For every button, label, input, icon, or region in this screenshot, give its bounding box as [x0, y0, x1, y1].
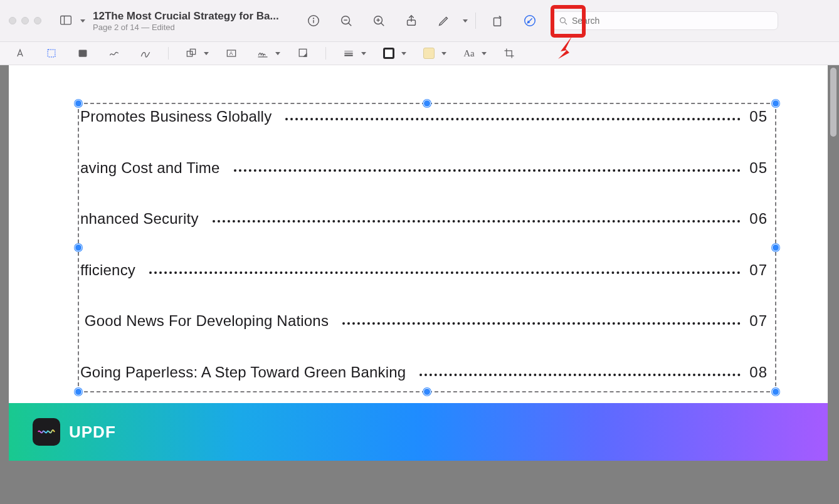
toc-leader — [342, 322, 741, 325]
search-icon — [558, 16, 568, 26]
markup-toolbar: A Aa — [0, 42, 839, 65]
info-button[interactable] — [300, 9, 327, 33]
redact-tool[interactable] — [74, 46, 92, 60]
sketch-tool[interactable] — [105, 46, 123, 60]
toc-title: nhanced Security — [80, 210, 199, 228]
toc-title: Going Paperless: A Step Toward Green Ban… — [80, 364, 406, 381]
font-chevron-icon[interactable] — [482, 52, 487, 55]
zoom-out-button[interactable] — [332, 9, 360, 33]
annotate-circle-button[interactable] — [516, 9, 544, 33]
svg-rect-20 — [48, 50, 55, 57]
toc-title: Promotes Business Globally — [80, 108, 272, 125]
toc-row: Promotes Business Globally05 — [80, 108, 771, 132]
separator — [475, 13, 476, 29]
toc-page: 05 — [749, 108, 768, 125]
svg-rect-0 — [61, 16, 71, 24]
markup-chevron-icon[interactable] — [463, 19, 468, 23]
fill-color-tool[interactable] — [420, 46, 438, 60]
toc-page: 07 — [749, 312, 768, 330]
close-dot[interactable] — [9, 17, 16, 24]
document-page: Promotes Business Globally05 aving Cost … — [9, 65, 828, 461]
fill-swatch — [423, 48, 435, 59]
zoom-in-button[interactable] — [365, 9, 393, 33]
svg-line-16 — [565, 23, 567, 24]
shapes-chevron-icon[interactable] — [204, 52, 209, 55]
sidebar-toggle[interactable] — [55, 12, 77, 29]
separator — [325, 47, 326, 60]
svg-rect-19 — [16, 49, 18, 56]
font-tool[interactable]: Aa — [460, 46, 478, 60]
window-controls — [9, 17, 41, 24]
toc-row: Good News For Developing Nations07 — [80, 312, 771, 336]
textbox-tool[interactable]: A — [223, 46, 240, 60]
toc-leader — [213, 220, 741, 223]
zoom-dot[interactable] — [34, 17, 41, 24]
toc-row: fficiency07 — [80, 261, 771, 285]
border-swatch — [383, 48, 394, 59]
signature-tool[interactable] — [254, 46, 272, 60]
selection-tool[interactable] — [43, 46, 60, 60]
draw-tool[interactable] — [137, 46, 154, 60]
line-chevron-icon[interactable] — [361, 52, 366, 55]
toc-title: Good News For Developing Nations — [80, 312, 329, 330]
document-title: 12The Most Crucial Strategy for Ba... — [93, 10, 287, 23]
svg-rect-23 — [190, 49, 195, 54]
svg-text:A: A — [230, 50, 233, 56]
search-field[interactable] — [552, 11, 778, 30]
toc-title: fficiency — [80, 261, 135, 279]
resize-handle-mr[interactable] — [772, 244, 779, 251]
updf-logo-icon — [33, 418, 60, 446]
svg-rect-13 — [494, 18, 501, 26]
note-tool[interactable] — [294, 46, 312, 60]
table-of-contents: Promotes Business Globally05 aving Cost … — [80, 105, 771, 390]
shapes-tool[interactable] — [182, 46, 200, 60]
toc-page: 06 — [749, 210, 768, 228]
toc-leader — [285, 118, 741, 120]
toc-title: aving Cost and Time — [80, 159, 220, 177]
resize-handle-tr[interactable] — [772, 100, 779, 107]
document-subtitle: Page 2 of 14 — Edited — [93, 23, 287, 32]
line-style-tool[interactable] — [340, 46, 357, 60]
svg-point-4 — [314, 18, 314, 19]
toc-row: aving Cost and Time05 — [80, 159, 771, 183]
signature-chevron-icon[interactable] — [275, 52, 280, 55]
svg-point-15 — [560, 18, 565, 23]
updf-brand-text: UPDF — [69, 423, 116, 442]
toc-row: nhanced Security06 — [80, 210, 771, 234]
crop-tool[interactable] — [500, 46, 518, 60]
selection-rectangle[interactable]: Promotes Business Globally05 aving Cost … — [78, 103, 776, 392]
updf-banner: UPDF — [9, 403, 828, 461]
rotate-button[interactable] — [483, 9, 511, 33]
toc-row: Going Paperless: A Step Toward Green Ban… — [80, 364, 771, 387]
search-input[interactable] — [572, 16, 773, 26]
toc-leader — [420, 374, 741, 376]
fill-chevron-icon[interactable] — [441, 52, 446, 55]
document-viewport[interactable]: Promotes Business Globally05 aving Cost … — [0, 65, 839, 504]
toc-page: 07 — [749, 261, 768, 279]
scrollbar-track[interactable] — [829, 65, 838, 504]
separator — [168, 47, 169, 60]
sidebar-chevron-icon[interactable] — [80, 19, 85, 23]
scrollbar-thumb[interactable] — [830, 68, 836, 137]
minimize-dot[interactable] — [21, 17, 29, 24]
document-info: 12The Most Crucial Strategy for Ba... Pa… — [93, 10, 287, 32]
toc-leader — [234, 169, 741, 172]
toc-page: 05 — [749, 159, 768, 177]
svg-line-9 — [381, 23, 384, 26]
toc-page: 08 — [749, 364, 768, 381]
border-chevron-icon[interactable] — [401, 52, 406, 55]
titlebar: 12The Most Crucial Strategy for Ba... Pa… — [0, 0, 839, 42]
svg-rect-21 — [79, 50, 87, 56]
text-style-tool[interactable] — [11, 46, 29, 60]
svg-line-6 — [349, 23, 352, 26]
toc-leader — [149, 271, 741, 274]
share-button[interactable] — [398, 9, 425, 33]
markup-pencil-button[interactable] — [430, 9, 458, 33]
border-color-tool[interactable] — [380, 46, 398, 60]
svg-rect-22 — [187, 51, 192, 56]
resize-handle-br[interactable] — [772, 388, 779, 396]
